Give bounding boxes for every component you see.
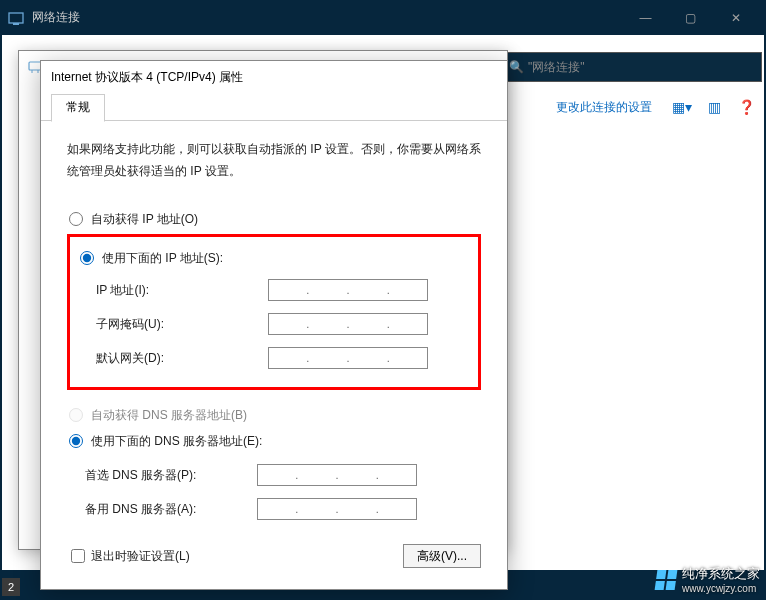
input-preferred-dns[interactable]: ... — [257, 464, 417, 486]
radio-auto-ip[interactable]: 自动获得 IP 地址(O) — [69, 208, 481, 230]
radio-auto-dns[interactable]: 自动获得 DNS 服务器地址(B) — [69, 404, 481, 426]
input-ip-address[interactable]: ... — [268, 279, 428, 301]
label-subnet-mask: 子网掩码(U): — [78, 316, 268, 333]
help-icon[interactable]: ❓ — [734, 97, 758, 117]
input-alternate-dns[interactable]: ... — [257, 498, 417, 520]
label-preferred-dns: 首选 DNS 服务器(P): — [67, 467, 257, 484]
label-default-gateway: 默认网关(D): — [78, 350, 268, 367]
change-connection-settings-link[interactable]: 更改此连接的设置 — [556, 99, 652, 116]
dialog-tabs: 常规 — [41, 93, 507, 121]
ipv4-properties-dialog: Internet 协议版本 4 (TCP/IPv4) 属性 常规 如果网络支持此… — [40, 60, 508, 590]
outer-window-titlebar: 网络连接 — ▢ ✕ — [0, 0, 766, 35]
close-button[interactable]: ✕ — [713, 3, 758, 33]
search-placeholder: "网络连接" — [528, 59, 585, 76]
view-details-icon[interactable]: ▥ — [702, 97, 726, 117]
label-alternate-dns: 备用 DNS 服务器(A): — [67, 501, 257, 518]
view-large-icon[interactable]: ▦▾ — [670, 97, 694, 117]
minimize-button[interactable]: — — [623, 3, 668, 33]
radio-manual-ip[interactable]: 使用下面的 IP 地址(S): — [80, 247, 470, 269]
advanced-button[interactable]: 高级(V)... — [403, 544, 481, 568]
label-ip-address: IP 地址(I): — [78, 282, 268, 299]
maximize-button[interactable]: ▢ — [668, 3, 713, 33]
network-icon — [8, 10, 24, 26]
watermark: 纯净系统之家 www.ycwjzy.com — [656, 565, 760, 594]
watermark-url: www.ycwjzy.com — [682, 583, 760, 594]
outer-window-title: 网络连接 — [32, 9, 80, 26]
svg-rect-0 — [9, 13, 23, 23]
radio-manual-dns[interactable]: 使用下面的 DNS 服务器地址(E): — [69, 430, 481, 452]
highlight-box: 使用下面的 IP 地址(S): IP 地址(I): ... 子网掩码(U): .… — [67, 234, 481, 390]
input-default-gateway[interactable]: ... — [268, 347, 428, 369]
input-subnet-mask[interactable]: ... — [268, 313, 428, 335]
watermark-logo-icon — [655, 570, 678, 590]
search-box[interactable]: 🔍 "网络连接" — [502, 52, 762, 82]
dialog-title: Internet 协议版本 4 (TCP/IPv4) 属性 — [41, 61, 507, 93]
tab-general[interactable]: 常规 — [51, 94, 105, 122]
svg-rect-1 — [13, 23, 19, 25]
search-icon: 🔍 — [509, 60, 524, 74]
dialog-description: 如果网络支持此功能，则可以获取自动指派的 IP 设置。否则，你需要从网络系统管理… — [67, 139, 481, 182]
watermark-name: 纯净系统之家 — [682, 565, 760, 583]
taskbar-badge: 2 — [2, 578, 20, 596]
checkbox-validate-on-exit[interactable]: 退出时验证设置(L) — [67, 548, 190, 565]
